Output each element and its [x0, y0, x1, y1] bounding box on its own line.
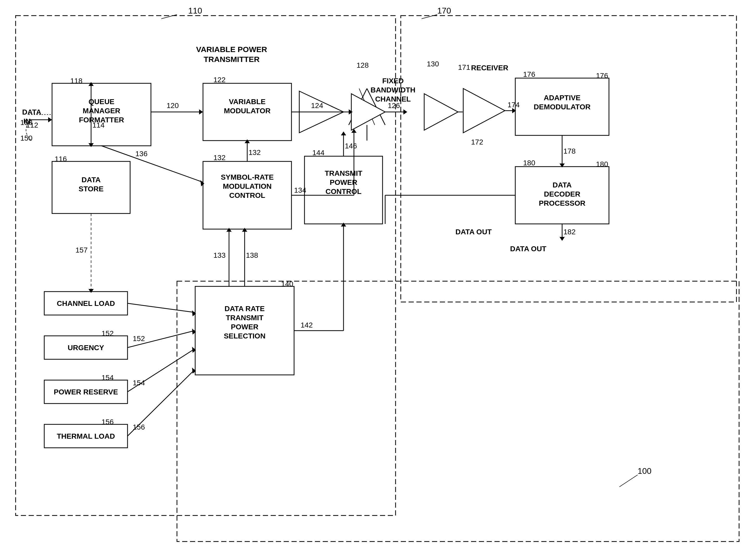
svg-text:THERMAL LOAD: THERMAL LOAD [57, 432, 115, 440]
svg-text:124: 124 [311, 102, 323, 109]
svg-text:110: 110 [188, 6, 202, 15]
svg-text:180: 180 [523, 159, 535, 167]
svg-text:CHANNEL LOAD: CHANNEL LOAD [57, 299, 115, 307]
svg-text:176: 176 [523, 70, 535, 78]
svg-text:126: 126 [388, 102, 400, 109]
svg-text:154: 154 [102, 374, 114, 382]
svg-text:174: 174 [508, 101, 520, 109]
svg-text:CONTROL: CONTROL [229, 191, 265, 199]
svg-text:176: 176 [596, 72, 608, 80]
svg-text:114: 114 [93, 121, 105, 129]
svg-text:RECEIVER: RECEIVER [471, 64, 508, 72]
svg-line-2 [161, 15, 177, 19]
svg-marker-145 [559, 237, 565, 241]
svg-text:SYMBOL-RATE: SYMBOL-RATE [221, 173, 273, 181]
svg-line-5 [422, 15, 437, 19]
svg-text:182: 182 [564, 228, 576, 236]
svg-text:DATA OUT: DATA OUT [510, 245, 546, 253]
svg-text:DATA: DATA [22, 108, 41, 116]
svg-text:DATA: DATA [552, 181, 572, 189]
svg-text:138: 138 [246, 251, 258, 259]
svg-text:118: 118 [70, 77, 82, 85]
svg-text:MODULATOR: MODULATOR [224, 107, 270, 115]
diagram-container: 110 170 100 QUEUE MANAGER FORMATTER 118 … [0, 0, 756, 560]
svg-text:DATA RATE: DATA RATE [225, 305, 265, 313]
svg-text:154: 154 [133, 379, 145, 387]
svg-text:STORE: STORE [79, 185, 104, 193]
svg-text:152: 152 [133, 335, 145, 343]
svg-text:DATA OUT: DATA OUT [455, 228, 492, 236]
svg-text:170: 170 [437, 6, 451, 15]
svg-text:130: 130 [427, 60, 439, 68]
svg-text:POWER: POWER [330, 178, 357, 186]
svg-text:158: 158 [20, 118, 33, 126]
svg-text:PROCESSOR: PROCESSOR [539, 199, 586, 207]
svg-text:FIXED: FIXED [382, 77, 404, 85]
svg-text:172: 172 [471, 138, 483, 146]
diagram-svg: 110 170 100 QUEUE MANAGER FORMATTER 118 … [0, 0, 756, 560]
svg-text:142: 142 [301, 321, 313, 329]
svg-text:VARIABLE: VARIABLE [229, 98, 265, 106]
svg-text:POWER RESERVE: POWER RESERVE [54, 388, 118, 396]
svg-text:156: 156 [133, 423, 145, 431]
svg-marker-68 [463, 88, 505, 133]
svg-text:178: 178 [564, 147, 576, 155]
svg-text:BANDWIDTH: BANDWIDTH [371, 86, 415, 94]
svg-text:120: 120 [167, 102, 179, 109]
svg-marker-85 [199, 109, 203, 115]
svg-text:URGENCY: URGENCY [68, 344, 104, 352]
svg-text:133: 133 [213, 251, 226, 259]
svg-text:VARIABLE POWER: VARIABLE POWER [196, 45, 267, 54]
svg-line-8 [619, 475, 638, 487]
svg-text:156: 156 [102, 418, 114, 426]
svg-text:TRANSMIT: TRANSMIT [226, 314, 264, 322]
svg-text:180: 180 [596, 160, 608, 168]
svg-rect-3 [401, 16, 736, 302]
svg-text:136: 136 [135, 150, 147, 158]
svg-text:134: 134 [294, 186, 306, 194]
svg-text:171: 171 [458, 63, 470, 71]
svg-text:SELECTION: SELECTION [224, 332, 265, 340]
svg-text:140: 140 [281, 280, 293, 288]
svg-marker-113 [341, 132, 346, 135]
svg-text:TRANSMITTER: TRANSMITTER [204, 55, 260, 63]
svg-text:DECODER: DECODER [544, 190, 580, 198]
svg-text:MANAGER: MANAGER [83, 107, 121, 115]
svg-text:CONTROL: CONTROL [326, 187, 362, 196]
svg-marker-66 [424, 94, 458, 130]
svg-text:132: 132 [248, 148, 261, 157]
svg-text:122: 122 [213, 76, 226, 84]
svg-text:DATA: DATA [81, 176, 101, 184]
svg-text:144: 144 [312, 149, 325, 157]
svg-marker-91 [403, 109, 407, 115]
svg-text:116: 116 [55, 155, 67, 163]
svg-line-125 [127, 303, 195, 313]
svg-text:ADAPTIVE: ADAPTIVE [544, 94, 580, 102]
svg-marker-81 [48, 117, 52, 122]
svg-text:DEMODULATOR: DEMODULATOR [534, 103, 591, 111]
svg-text:132: 132 [213, 154, 226, 162]
svg-text:POWER: POWER [231, 323, 259, 331]
svg-text:100: 100 [638, 466, 651, 476]
svg-text:TRANSMIT: TRANSMIT [325, 169, 363, 177]
svg-text:MODULATION: MODULATION [223, 182, 272, 190]
svg-text:157: 157 [76, 246, 88, 254]
svg-text:150: 150 [20, 134, 33, 142]
svg-text:128: 128 [356, 61, 369, 69]
svg-text:146: 146 [345, 142, 357, 150]
svg-text:152: 152 [102, 329, 114, 337]
svg-text:QUEUE: QUEUE [88, 98, 115, 106]
